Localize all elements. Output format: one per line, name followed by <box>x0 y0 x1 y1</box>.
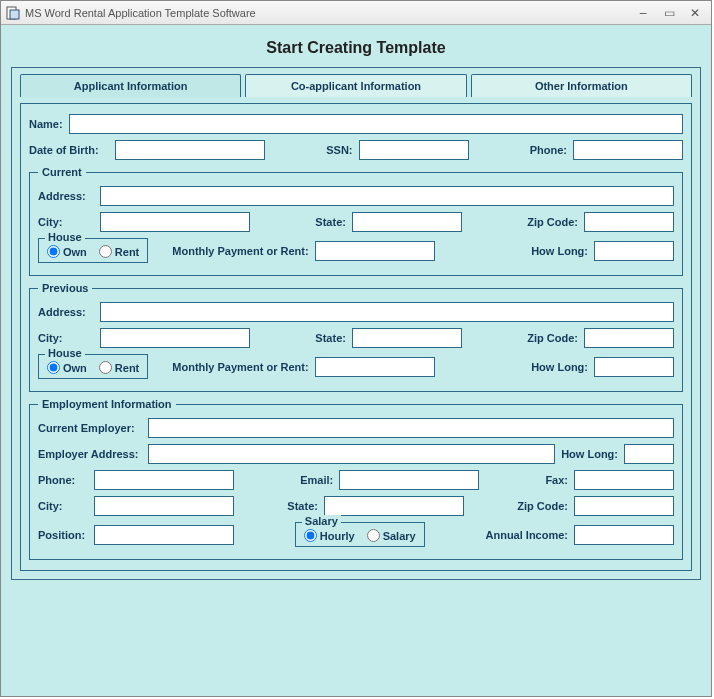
page-title: Start Creating Template <box>11 33 701 67</box>
employment-email-label: Email: <box>300 474 333 486</box>
employment-city-field[interactable] <box>94 496 234 516</box>
current-zip-label: Zip Code: <box>527 216 578 228</box>
employment-city-label: City: <box>38 500 88 512</box>
current-house-legend: House <box>45 231 85 243</box>
previous-state-field[interactable] <box>352 328 462 348</box>
current-address-label: Address: <box>38 190 94 202</box>
current-group: Current Address: City: State: Zip Code: <box>29 166 683 276</box>
dob-field[interactable] <box>115 140 265 160</box>
phone-field[interactable] <box>573 140 683 160</box>
previous-zip-label: Zip Code: <box>527 332 578 344</box>
previous-monthly-label: Monthly Payment or Rent: <box>172 361 308 373</box>
application-window: MS Word Rental Application Template Soft… <box>0 0 712 697</box>
hourly-radio[interactable]: Hourly <box>304 529 355 542</box>
current-state-field[interactable] <box>352 212 462 232</box>
main-panel: Applicant Information Co-applicant Infor… <box>11 67 701 580</box>
employer-label: Current Employer: <box>38 422 142 434</box>
current-address-field[interactable] <box>100 186 674 206</box>
hourly-label: Hourly <box>320 530 355 542</box>
current-city-field[interactable] <box>100 212 250 232</box>
current-house-group: House Own Rent <box>38 238 148 263</box>
previous-address-field[interactable] <box>100 302 674 322</box>
annual-income-label: Annual Income: <box>486 529 569 541</box>
previous-own-radio[interactable]: Own <box>47 361 87 374</box>
employment-email-field[interactable] <box>339 470 479 490</box>
window-title: MS Word Rental Application Template Soft… <box>25 7 256 19</box>
salary-radio[interactable]: Salary <box>367 529 416 542</box>
position-field[interactable] <box>94 525 234 545</box>
current-state-label: State: <box>315 216 346 228</box>
tab-coapplicant-information[interactable]: Co-applicant Information <box>245 74 466 97</box>
employment-state-label: State: <box>287 500 318 512</box>
employment-howlong-field[interactable] <box>624 444 674 464</box>
employment-fax-field[interactable] <box>574 470 674 490</box>
tab-other-information[interactable]: Other Information <box>471 74 692 97</box>
current-rent-radio-input[interactable] <box>99 245 112 258</box>
employer-field[interactable] <box>148 418 674 438</box>
previous-legend: Previous <box>38 282 92 294</box>
previous-city-field[interactable] <box>100 328 250 348</box>
employment-zip-field[interactable] <box>574 496 674 516</box>
position-label: Position: <box>38 529 88 541</box>
employment-zip-label: Zip Code: <box>517 500 568 512</box>
previous-address-label: Address: <box>38 306 94 318</box>
salary-legend: Salary <box>302 515 341 527</box>
salary-label: Salary <box>383 530 416 542</box>
maximize-button[interactable]: ▭ <box>657 4 681 22</box>
employment-phone-label: Phone: <box>38 474 88 486</box>
annual-income-field[interactable] <box>574 525 674 545</box>
employment-fax-label: Fax: <box>545 474 568 486</box>
previous-rent-radio[interactable]: Rent <box>99 361 139 374</box>
previous-own-radio-input[interactable] <box>47 361 60 374</box>
dob-label: Date of Birth: <box>29 144 109 156</box>
previous-howlong-label: How Long: <box>531 361 588 373</box>
tab-strip: Applicant Information Co-applicant Infor… <box>20 74 692 97</box>
tab-content-applicant: Name: Date of Birth: SSN: Phone: Current <box>20 103 692 571</box>
ssn-label: SSN: <box>326 144 352 156</box>
salary-radio-input[interactable] <box>367 529 380 542</box>
current-howlong-field[interactable] <box>594 241 674 261</box>
hourly-radio-input[interactable] <box>304 529 317 542</box>
ssn-field[interactable] <box>359 140 469 160</box>
previous-house-group: House Own Rent <box>38 354 148 379</box>
employment-howlong-label: How Long: <box>561 448 618 460</box>
previous-group: Previous Address: City: State: Zip Code: <box>29 282 683 392</box>
employment-state-field[interactable] <box>324 496 464 516</box>
name-field[interactable] <box>69 114 683 134</box>
salary-group: Salary Hourly Salary <box>295 522 425 547</box>
previous-rent-radio-input[interactable] <box>99 361 112 374</box>
current-monthly-field[interactable] <box>315 241 435 261</box>
employment-phone-field[interactable] <box>94 470 234 490</box>
current-city-label: City: <box>38 216 94 228</box>
previous-zip-field[interactable] <box>584 328 674 348</box>
current-rent-label: Rent <box>115 246 139 258</box>
previous-city-label: City: <box>38 332 94 344</box>
minimize-button[interactable]: – <box>631 4 655 22</box>
current-rent-radio[interactable]: Rent <box>99 245 139 258</box>
title-bar: MS Word Rental Application Template Soft… <box>1 1 711 25</box>
employment-legend: Employment Information <box>38 398 176 410</box>
phone-label: Phone: <box>530 144 567 156</box>
current-howlong-label: How Long: <box>531 245 588 257</box>
tab-applicant-information[interactable]: Applicant Information <box>20 74 241 97</box>
current-monthly-label: Monthly Payment or Rent: <box>172 245 308 257</box>
current-legend: Current <box>38 166 86 178</box>
close-button[interactable]: ✕ <box>683 4 707 22</box>
current-own-radio-input[interactable] <box>47 245 60 258</box>
current-own-radio[interactable]: Own <box>47 245 87 258</box>
previous-state-label: State: <box>315 332 346 344</box>
current-zip-field[interactable] <box>584 212 674 232</box>
previous-rent-label: Rent <box>115 362 139 374</box>
employer-address-label: Employer Address: <box>38 448 142 460</box>
name-label: Name: <box>29 118 63 130</box>
current-own-label: Own <box>63 246 87 258</box>
previous-monthly-field[interactable] <box>315 357 435 377</box>
previous-house-legend: House <box>45 347 85 359</box>
svg-rect-1 <box>10 10 19 19</box>
app-icon <box>5 5 21 21</box>
client-area: Start Creating Template Applicant Inform… <box>1 25 711 588</box>
employer-address-field[interactable] <box>148 444 555 464</box>
employment-group: Employment Information Current Employer:… <box>29 398 683 560</box>
previous-howlong-field[interactable] <box>594 357 674 377</box>
previous-own-label: Own <box>63 362 87 374</box>
